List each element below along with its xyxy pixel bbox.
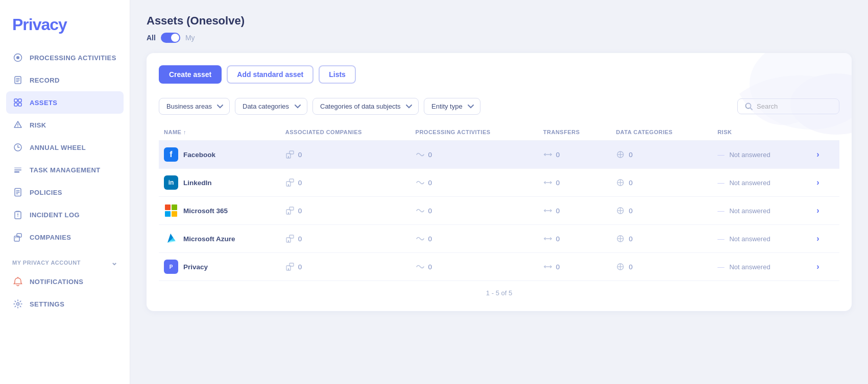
ms365-logo: [164, 203, 178, 218]
table-row: P Privacy 0 0 0 0: [159, 253, 839, 281]
sidebar-item-label: NOTIFICATIONS: [30, 278, 83, 286]
sidebar-item-record[interactable]: RECORD: [0, 69, 130, 91]
sidebar-item-companies[interactable]: COMPANIES: [0, 226, 130, 248]
risk-cell: — Not answered: [710, 141, 806, 169]
sidebar-item-task-management[interactable]: TASK MANAGEMENT: [0, 159, 130, 181]
transfers-cell: 0: [536, 141, 609, 169]
account-section-collapse[interactable]: ⌄: [111, 258, 118, 267]
data-cat-count-icon: [616, 206, 625, 215]
transfers-cell: 0: [536, 225, 609, 253]
row-navigate-button[interactable]: ›: [813, 149, 822, 160]
search-icon: [745, 103, 753, 110]
associated-companies-cell: 0: [278, 253, 408, 281]
companies-count-icon: [285, 206, 295, 215]
sidebar-item-label: ASSETS: [30, 99, 57, 107]
activities-count-icon: [416, 150, 425, 159]
table-row: in LinkedIn 0 0 0 0: [159, 169, 839, 197]
row-action-cell: ›: [806, 225, 839, 253]
asset-name-cell: P Privacy: [159, 253, 278, 281]
svg-rect-35: [288, 156, 289, 158]
table-row: f Facebook 0 0 0 0: [159, 141, 839, 169]
page-title: Assets (Onesolve): [147, 14, 852, 28]
associated-companies-cell: 0: [278, 169, 408, 197]
asset-name-cell: Microsoft Azure: [159, 225, 278, 253]
row-navigate-button[interactable]: ›: [813, 233, 822, 244]
processing-activities-cell: 0: [408, 225, 536, 253]
document-icon: [12, 187, 23, 198]
settings-icon: [12, 298, 23, 310]
asset-name-cell: Microsoft 365: [159, 197, 278, 225]
shield-icon: [12, 119, 23, 131]
svg-line-32: [751, 108, 753, 110]
sidebar-item-assets[interactable]: ASSETS: [6, 91, 124, 114]
row-navigate-button[interactable]: ›: [813, 261, 822, 272]
list-check-icon: [12, 164, 23, 175]
buildings-icon: [12, 232, 23, 243]
toggle-row: All My: [147, 33, 852, 43]
transfers-count-icon: [543, 262, 552, 271]
assets-table: NAME ↑ ASSOCIATED COMPANIES PROCESSING A…: [159, 124, 839, 299]
account-section-label: MY PRIVACY ACCOUNT ⌄: [0, 248, 130, 270]
table-row: Microsoft Azure 0 0 0 0: [159, 225, 839, 253]
svg-rect-7: [18, 99, 21, 102]
data-cat-count-icon: [616, 178, 625, 187]
col-transfers: TRANSFERS: [536, 124, 609, 141]
svg-rect-42: [288, 184, 289, 186]
all-my-toggle[interactable]: [161, 33, 180, 43]
create-asset-button[interactable]: Create asset: [159, 65, 222, 84]
sidebar-item-settings[interactable]: SETTINGS: [0, 293, 130, 315]
facebook-logo: f: [164, 147, 178, 162]
associated-companies-cell: 0: [278, 141, 408, 169]
filters-row: Business areas Data categories Categorie…: [159, 98, 839, 115]
sidebar-item-label: TASK MANAGEMENT: [30, 166, 101, 174]
search-input[interactable]: [757, 103, 828, 110]
processing-activities-cell: 0: [408, 197, 536, 225]
row-action-cell: ›: [806, 197, 839, 225]
companies-count-icon: [285, 178, 295, 187]
lock-icon: [12, 209, 23, 220]
data-categories-cell: 0: [609, 169, 710, 197]
sidebar-item-label: PROCESSING ACTIVITIES: [30, 54, 116, 62]
risk-cell: — Not answered: [710, 225, 806, 253]
row-action-cell: ›: [806, 253, 839, 281]
col-risk: RISK: [710, 124, 806, 141]
sidebar-item-processing-activities[interactable]: PROCESSING ACTIVITIES: [0, 46, 130, 69]
data-categories-filter[interactable]: Data categories: [235, 98, 307, 115]
col-name: NAME ↑: [159, 124, 278, 141]
sidebar-item-notifications[interactable]: NOTIFICATIONS: [0, 270, 130, 293]
categories-data-subjects-filter[interactable]: Categories of data subjects: [312, 98, 419, 115]
azure-logo: [164, 232, 178, 246]
data-categories-cell: 0: [609, 253, 710, 281]
main-content: Assets (Onesolve) All My Create asset Ad…: [130, 0, 868, 384]
svg-point-1: [16, 56, 19, 59]
row-navigate-button[interactable]: ›: [813, 205, 822, 216]
table-body: f Facebook 0 0 0 0: [159, 141, 839, 281]
lists-button[interactable]: Lists: [319, 65, 356, 84]
sidebar-item-incident-log[interactable]: INCIDENT LOG: [0, 203, 130, 226]
transfers-cell: 0: [536, 253, 609, 281]
business-areas-filter[interactable]: Business areas: [159, 98, 230, 115]
assets-card: Create asset Add standard asset Lists Bu…: [147, 53, 852, 311]
toolbar: Create asset Add standard asset Lists: [159, 65, 839, 84]
transfers-count-icon: [543, 206, 552, 215]
svg-rect-50: [172, 211, 177, 217]
data-cat-count-icon: [616, 150, 625, 159]
row-action-cell: ›: [806, 141, 839, 169]
sidebar-item-risk[interactable]: RISK: [0, 114, 130, 136]
app-logo: Privacy: [0, 10, 130, 46]
row-navigate-button[interactable]: ›: [813, 177, 822, 188]
sidebar-item-annual-wheel[interactable]: ANNUAL WHEEL: [0, 136, 130, 159]
add-standard-asset-button[interactable]: Add standard asset: [227, 65, 314, 84]
svg-rect-6: [14, 99, 17, 102]
svg-rect-15: [14, 171, 19, 173]
data-categories-cell: 0: [609, 225, 710, 253]
companies-count-icon: [285, 234, 295, 243]
associated-companies-cell: 0: [278, 225, 408, 253]
entity-type-filter[interactable]: Entity type: [424, 98, 480, 115]
assets-data-table: NAME ↑ ASSOCIATED COMPANIES PROCESSING A…: [159, 124, 839, 281]
svg-point-28: [17, 303, 19, 305]
table-header: NAME ↑ ASSOCIATED COMPANIES PROCESSING A…: [159, 124, 839, 141]
svg-point-23: [17, 216, 18, 217]
sidebar-item-policies[interactable]: POLICIES: [0, 181, 130, 203]
transfers-count-icon: [543, 178, 552, 187]
